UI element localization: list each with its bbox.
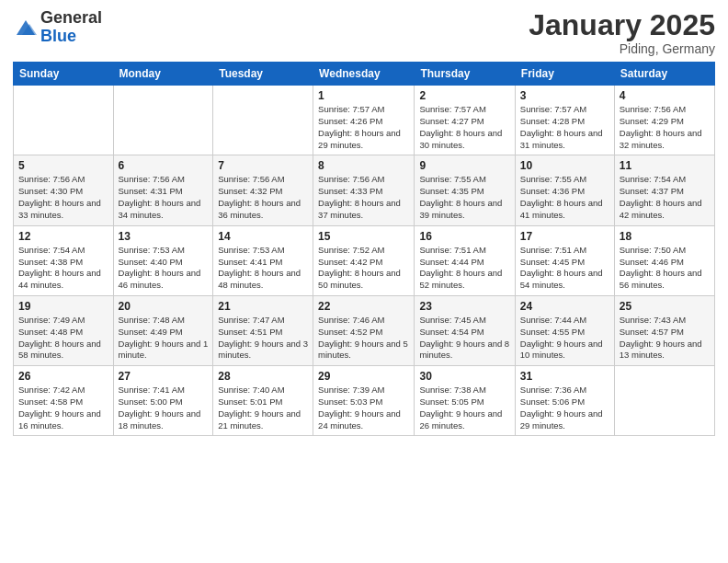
- title-block: January 2025 Piding, Germany: [529, 9, 715, 56]
- day-info: Sunrise: 7:47 AMSunset: 4:51 PMDaylight:…: [218, 315, 308, 362]
- calendar-cell: 14Sunrise: 7:53 AMSunset: 4:41 PMDayligh…: [213, 225, 313, 295]
- day-number: 22: [318, 300, 409, 313]
- calendar-cell: 6Sunrise: 7:56 AMSunset: 4:31 PMDaylight…: [113, 155, 213, 225]
- day-number: 6: [119, 159, 209, 172]
- day-info: Sunrise: 7:43 AMSunset: 4:57 PMDaylight:…: [620, 315, 710, 362]
- day-number: 16: [419, 230, 509, 243]
- calendar-cell: 2Sunrise: 7:57 AMSunset: 4:27 PMDaylight…: [415, 86, 515, 155]
- day-number: 17: [520, 230, 609, 243]
- day-info: Sunrise: 7:45 AMSunset: 4:54 PMDaylight:…: [419, 315, 509, 362]
- day-number: 14: [218, 230, 308, 243]
- calendar-cell: 16Sunrise: 7:51 AMSunset: 4:44 PMDayligh…: [415, 225, 515, 295]
- calendar-cell: [14, 86, 114, 155]
- calendar-cell: 9Sunrise: 7:55 AMSunset: 4:35 PMDaylight…: [415, 155, 515, 225]
- day-info: Sunrise: 7:46 AMSunset: 4:52 PMDaylight:…: [318, 315, 409, 362]
- calendar-week-5: 26Sunrise: 7:42 AMSunset: 4:58 PMDayligh…: [14, 366, 715, 436]
- calendar-cell: 10Sunrise: 7:55 AMSunset: 4:36 PMDayligh…: [515, 155, 614, 225]
- logo-icon: [13, 15, 39, 40]
- calendar-cell: 22Sunrise: 7:46 AMSunset: 4:52 PMDayligh…: [313, 295, 415, 365]
- day-info: Sunrise: 7:56 AMSunset: 4:31 PMDaylight:…: [119, 174, 209, 221]
- day-number: 31: [520, 370, 609, 383]
- day-number: 30: [419, 370, 509, 383]
- day-info: Sunrise: 7:42 AMSunset: 4:58 PMDaylight:…: [18, 385, 108, 431]
- calendar-cell: 5Sunrise: 7:56 AMSunset: 4:30 PMDaylight…: [14, 155, 114, 225]
- day-number: 2: [419, 89, 509, 102]
- calendar-week-3: 12Sunrise: 7:54 AMSunset: 4:38 PMDayligh…: [14, 225, 715, 295]
- day-info: Sunrise: 7:55 AMSunset: 4:36 PMDaylight:…: [520, 174, 609, 221]
- weekday-row: SundayMondayTuesdayWednesdayThursdayFrid…: [14, 63, 715, 86]
- day-info: Sunrise: 7:41 AMSunset: 5:00 PMDaylight:…: [119, 385, 209, 431]
- calendar-week-2: 5Sunrise: 7:56 AMSunset: 4:30 PMDaylight…: [14, 155, 715, 225]
- logo-blue: Blue: [40, 28, 102, 46]
- day-number: 28: [218, 370, 308, 383]
- day-number: 26: [18, 370, 108, 383]
- logo-text: General Blue: [40, 9, 102, 46]
- calendar-cell: 8Sunrise: 7:56 AMSunset: 4:33 PMDaylight…: [313, 155, 415, 225]
- calendar-week-1: 1Sunrise: 7:57 AMSunset: 4:26 PMDaylight…: [14, 86, 715, 155]
- day-number: 21: [218, 300, 308, 313]
- calendar-cell: 19Sunrise: 7:49 AMSunset: 4:48 PMDayligh…: [14, 295, 114, 365]
- header: General Blue January 2025 Piding, German…: [13, 9, 715, 56]
- day-number: 24: [520, 300, 609, 313]
- day-info: Sunrise: 7:57 AMSunset: 4:26 PMDaylight:…: [318, 104, 409, 151]
- day-info: Sunrise: 7:53 AMSunset: 4:41 PMDaylight:…: [218, 245, 308, 292]
- calendar-cell: 30Sunrise: 7:38 AMSunset: 5:05 PMDayligh…: [415, 366, 515, 436]
- weekday-header-saturday: Saturday: [614, 63, 714, 86]
- day-number: 9: [419, 159, 509, 172]
- calendar-body: 1Sunrise: 7:57 AMSunset: 4:26 PMDaylight…: [14, 86, 715, 436]
- day-info: Sunrise: 7:49 AMSunset: 4:48 PMDaylight:…: [18, 315, 108, 362]
- day-number: 10: [520, 159, 609, 172]
- day-info: Sunrise: 7:40 AMSunset: 5:01 PMDaylight:…: [218, 385, 308, 431]
- calendar-cell: 23Sunrise: 7:45 AMSunset: 4:54 PMDayligh…: [415, 295, 515, 365]
- day-info: Sunrise: 7:52 AMSunset: 4:42 PMDaylight:…: [318, 245, 409, 292]
- day-info: Sunrise: 7:56 AMSunset: 4:32 PMDaylight:…: [218, 174, 308, 221]
- day-number: 27: [119, 370, 209, 383]
- calendar-cell: 11Sunrise: 7:54 AMSunset: 4:37 PMDayligh…: [614, 155, 714, 225]
- calendar-week-4: 19Sunrise: 7:49 AMSunset: 4:48 PMDayligh…: [14, 295, 715, 365]
- calendar-cell: 18Sunrise: 7:50 AMSunset: 4:46 PMDayligh…: [614, 225, 714, 295]
- day-number: 11: [620, 159, 710, 172]
- day-info: Sunrise: 7:39 AMSunset: 5:03 PMDaylight:…: [318, 385, 409, 431]
- day-info: Sunrise: 7:53 AMSunset: 4:40 PMDaylight:…: [119, 245, 209, 292]
- day-info: Sunrise: 7:50 AMSunset: 4:46 PMDaylight:…: [620, 245, 710, 292]
- day-info: Sunrise: 7:51 AMSunset: 4:45 PMDaylight:…: [520, 245, 609, 292]
- day-number: 15: [318, 230, 409, 243]
- calendar-cell: [213, 86, 313, 155]
- day-info: Sunrise: 7:38 AMSunset: 5:05 PMDaylight:…: [419, 385, 509, 431]
- month-title: January 2025: [529, 9, 715, 41]
- day-info: Sunrise: 7:48 AMSunset: 4:49 PMDaylight:…: [119, 315, 209, 362]
- calendar-header: SundayMondayTuesdayWednesdayThursdayFrid…: [14, 63, 715, 86]
- calendar-cell: 12Sunrise: 7:54 AMSunset: 4:38 PMDayligh…: [14, 225, 114, 295]
- day-number: 4: [620, 89, 710, 102]
- calendar-cell: 1Sunrise: 7:57 AMSunset: 4:26 PMDaylight…: [313, 86, 415, 155]
- weekday-header-friday: Friday: [515, 63, 614, 86]
- day-info: Sunrise: 7:57 AMSunset: 4:27 PMDaylight:…: [419, 104, 509, 151]
- day-info: Sunrise: 7:51 AMSunset: 4:44 PMDaylight:…: [419, 245, 509, 292]
- day-number: 18: [620, 230, 710, 243]
- weekday-header-monday: Monday: [113, 63, 213, 86]
- location: Piding, Germany: [529, 41, 715, 56]
- day-number: 20: [119, 300, 209, 313]
- logo-general: General: [40, 9, 102, 28]
- day-number: 29: [318, 370, 409, 383]
- calendar-cell: 20Sunrise: 7:48 AMSunset: 4:49 PMDayligh…: [113, 295, 213, 365]
- calendar-cell: 21Sunrise: 7:47 AMSunset: 4:51 PMDayligh…: [213, 295, 313, 365]
- day-number: 19: [18, 300, 108, 313]
- day-info: Sunrise: 7:56 AMSunset: 4:33 PMDaylight:…: [318, 174, 409, 221]
- day-number: 7: [218, 159, 308, 172]
- day-info: Sunrise: 7:55 AMSunset: 4:35 PMDaylight:…: [419, 174, 509, 221]
- calendar-cell: 7Sunrise: 7:56 AMSunset: 4:32 PMDaylight…: [213, 155, 313, 225]
- calendar-cell: 29Sunrise: 7:39 AMSunset: 5:03 PMDayligh…: [313, 366, 415, 436]
- calendar-cell: 17Sunrise: 7:51 AMSunset: 4:45 PMDayligh…: [515, 225, 614, 295]
- calendar-cell: 31Sunrise: 7:36 AMSunset: 5:06 PMDayligh…: [515, 366, 614, 436]
- calendar-cell: 4Sunrise: 7:56 AMSunset: 4:29 PMDaylight…: [614, 86, 714, 155]
- page: General Blue January 2025 Piding, German…: [0, 0, 728, 563]
- day-number: 1: [318, 89, 409, 102]
- weekday-header-thursday: Thursday: [415, 63, 515, 86]
- logo: General Blue: [13, 9, 102, 46]
- calendar-cell: 24Sunrise: 7:44 AMSunset: 4:55 PMDayligh…: [515, 295, 614, 365]
- calendar-cell: 3Sunrise: 7:57 AMSunset: 4:28 PMDaylight…: [515, 86, 614, 155]
- weekday-header-sunday: Sunday: [14, 63, 114, 86]
- day-info: Sunrise: 7:56 AMSunset: 4:29 PMDaylight:…: [620, 104, 710, 151]
- day-info: Sunrise: 7:57 AMSunset: 4:28 PMDaylight:…: [520, 104, 609, 151]
